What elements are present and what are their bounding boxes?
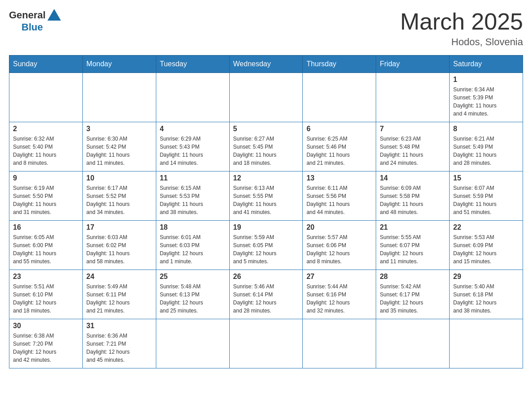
day-number: 19 [233,223,299,231]
day-number: 17 [86,223,152,231]
calendar-cell: 26Sunrise: 5:46 AMSunset: 6:14 PMDayligh… [229,270,303,319]
calendar-week-row: 2Sunrise: 6:32 AMSunset: 5:40 PMDaylight… [9,122,523,171]
calendar-cell: 11Sunrise: 6:15 AMSunset: 5:53 PMDayligh… [156,171,229,221]
svg-marker-0 [47,9,61,21]
day-info: Sunrise: 6:01 AMSunset: 6:03 PMDaylight:… [160,233,226,265]
day-info: Sunrise: 5:46 AMSunset: 6:14 PMDaylight:… [233,283,299,315]
calendar-cell: 8Sunrise: 6:21 AMSunset: 5:49 PMDaylight… [450,122,523,171]
calendar-cell [450,319,523,368]
calendar-cell: 7Sunrise: 6:23 AMSunset: 5:48 PMDaylight… [376,122,450,171]
calendar-cell: 14Sunrise: 6:09 AMSunset: 5:58 PMDayligh… [376,171,450,221]
day-number: 16 [13,223,79,231]
calendar-cell [9,73,83,122]
day-number: 8 [453,125,519,133]
day-info: Sunrise: 5:55 AMSunset: 6:07 PMDaylight:… [380,233,446,265]
calendar-cell: 21Sunrise: 5:55 AMSunset: 6:07 PMDayligh… [376,221,450,270]
day-number: 30 [13,322,79,330]
calendar-cell [229,73,303,122]
calendar-cell: 2Sunrise: 6:32 AMSunset: 5:40 PMDaylight… [9,122,83,171]
calendar-cell: 9Sunrise: 6:19 AMSunset: 5:50 PMDaylight… [9,171,83,221]
day-number: 4 [160,125,226,133]
calendar-cell: 1Sunrise: 6:34 AMSunset: 5:39 PMDaylight… [450,73,523,122]
day-info: Sunrise: 6:36 AMSunset: 7:21 PMDaylight:… [86,332,152,364]
day-info: Sunrise: 6:07 AMSunset: 5:59 PMDaylight:… [453,184,519,216]
day-info: Sunrise: 6:13 AMSunset: 5:55 PMDaylight:… [233,184,299,216]
calendar-cell: 5Sunrise: 6:27 AMSunset: 5:45 PMDaylight… [229,122,303,171]
day-info: Sunrise: 5:53 AMSunset: 6:09 PMDaylight:… [453,233,519,265]
calendar-cell: 15Sunrise: 6:07 AMSunset: 5:59 PMDayligh… [450,171,523,221]
calendar-week-row: 16Sunrise: 6:05 AMSunset: 6:00 PMDayligh… [9,221,523,270]
day-info: Sunrise: 6:05 AMSunset: 6:00 PMDaylight:… [13,233,79,265]
day-info: Sunrise: 6:32 AMSunset: 5:40 PMDaylight:… [13,135,79,167]
calendar-table: SundayMondayTuesdayWednesdayThursdayFrid… [9,55,523,368]
calendar-cell: 23Sunrise: 5:51 AMSunset: 6:10 PMDayligh… [9,270,83,319]
calendar-header-friday: Friday [376,56,450,73]
day-number: 29 [453,273,519,281]
calendar-cell: 13Sunrise: 6:11 AMSunset: 5:56 PMDayligh… [303,171,376,221]
calendar-cell: 3Sunrise: 6:30 AMSunset: 5:42 PMDaylight… [82,122,156,171]
day-number: 2 [13,125,79,133]
calendar-cell [303,73,376,122]
calendar-cell: 28Sunrise: 5:42 AMSunset: 6:17 PMDayligh… [376,270,450,319]
calendar-cell: 30Sunrise: 6:38 AMSunset: 7:20 PMDayligh… [9,319,83,368]
day-number: 21 [380,223,446,231]
day-number: 15 [453,174,519,182]
calendar-cell: 17Sunrise: 6:03 AMSunset: 6:02 PMDayligh… [82,221,156,270]
logo-text-general: General [9,9,46,21]
calendar-header-sunday: Sunday [9,56,83,73]
day-info: Sunrise: 6:38 AMSunset: 7:20 PMDaylight:… [13,332,79,364]
logo-triangle-icon [47,9,61,21]
calendar-cell: 19Sunrise: 5:59 AMSunset: 6:05 PMDayligh… [229,221,303,270]
calendar-week-row: 1Sunrise: 6:34 AMSunset: 5:39 PMDaylight… [9,73,523,122]
day-number: 24 [86,273,152,281]
day-info: Sunrise: 6:23 AMSunset: 5:48 PMDaylight:… [380,135,446,167]
day-number: 6 [306,125,372,133]
day-number: 3 [86,125,152,133]
day-number: 12 [233,174,299,182]
day-info: Sunrise: 5:59 AMSunset: 6:05 PMDaylight:… [233,233,299,265]
logo: General Blue [9,9,61,33]
day-number: 23 [13,273,79,281]
day-info: Sunrise: 6:21 AMSunset: 5:49 PMDaylight:… [453,135,519,167]
calendar-cell: 29Sunrise: 5:40 AMSunset: 6:18 PMDayligh… [450,270,523,319]
logo-general-row: General [9,9,61,21]
calendar-cell: 16Sunrise: 6:05 AMSunset: 6:00 PMDayligh… [9,221,83,270]
day-info: Sunrise: 5:42 AMSunset: 6:17 PMDaylight:… [380,283,446,315]
title-section: March 2025 Hodos, Slovenia [400,9,523,48]
day-info: Sunrise: 5:40 AMSunset: 6:18 PMDaylight:… [453,283,519,315]
day-number: 31 [86,322,152,330]
day-info: Sunrise: 5:48 AMSunset: 6:13 PMDaylight:… [160,283,226,315]
day-info: Sunrise: 6:03 AMSunset: 6:02 PMDaylight:… [86,233,152,265]
day-number: 28 [380,273,446,281]
calendar-cell: 20Sunrise: 5:57 AMSunset: 6:06 PMDayligh… [303,221,376,270]
calendar-cell: 4Sunrise: 6:29 AMSunset: 5:43 PMDaylight… [156,122,229,171]
day-info: Sunrise: 6:11 AMSunset: 5:56 PMDaylight:… [306,184,372,216]
day-number: 11 [160,174,226,182]
location-title: Hodos, Slovenia [400,36,523,48]
day-number: 13 [306,174,372,182]
day-info: Sunrise: 6:29 AMSunset: 5:43 PMDaylight:… [160,135,226,167]
calendar-cell [229,319,303,368]
calendar-week-row: 9Sunrise: 6:19 AMSunset: 5:50 PMDaylight… [9,171,523,221]
logo-blue-label: Blue [21,21,43,33]
logo-blue-text: Blue [9,21,43,33]
month-title: March 2025 [400,9,523,34]
calendar-header-saturday: Saturday [450,56,523,73]
calendar-cell: 18Sunrise: 6:01 AMSunset: 6:03 PMDayligh… [156,221,229,270]
calendar-cell: 22Sunrise: 5:53 AMSunset: 6:09 PMDayligh… [450,221,523,270]
day-info: Sunrise: 5:57 AMSunset: 6:06 PMDaylight:… [306,233,372,265]
calendar-cell: 6Sunrise: 6:25 AMSunset: 5:46 PMDaylight… [303,122,376,171]
calendar-cell: 12Sunrise: 6:13 AMSunset: 5:55 PMDayligh… [229,171,303,221]
calendar-cell: 10Sunrise: 6:17 AMSunset: 5:52 PMDayligh… [82,171,156,221]
calendar-header-wednesday: Wednesday [229,56,303,73]
day-info: Sunrise: 6:09 AMSunset: 5:58 PMDaylight:… [380,184,446,216]
calendar-header-row: SundayMondayTuesdayWednesdayThursdayFrid… [9,56,523,73]
day-number: 5 [233,125,299,133]
day-info: Sunrise: 6:17 AMSunset: 5:52 PMDaylight:… [86,184,152,216]
calendar-header-monday: Monday [82,56,156,73]
day-info: Sunrise: 5:49 AMSunset: 6:11 PMDaylight:… [86,283,152,315]
day-info: Sunrise: 6:30 AMSunset: 5:42 PMDaylight:… [86,135,152,167]
day-number: 27 [306,273,372,281]
calendar-cell [156,319,229,368]
day-info: Sunrise: 6:19 AMSunset: 5:50 PMDaylight:… [13,184,79,216]
